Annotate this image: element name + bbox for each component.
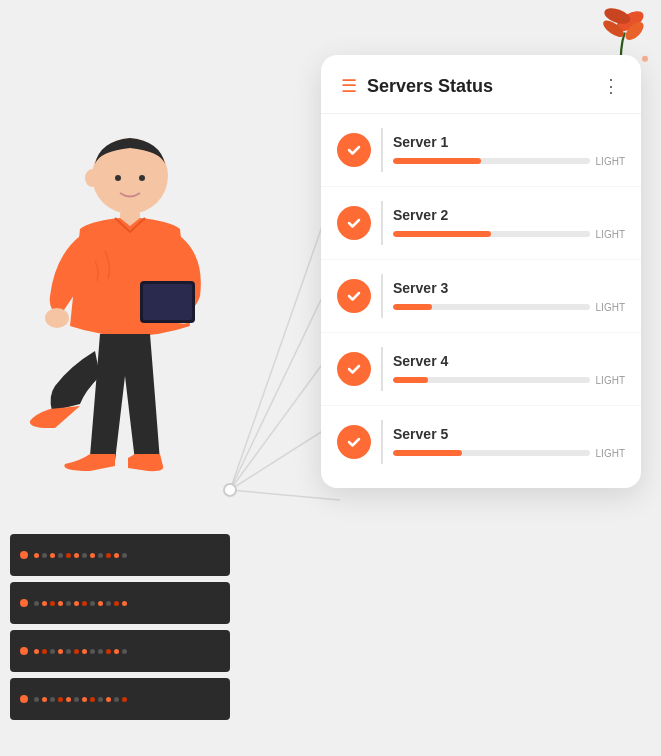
progress-bar-fill-2 — [393, 231, 491, 237]
progress-bar-bg-1 — [393, 158, 590, 164]
svg-point-7 — [85, 169, 99, 187]
divider-3 — [381, 274, 383, 318]
scene: ☰ Servers Status ⋮ Server 1 LIGHT — [0, 0, 661, 756]
server-item-1: Server 1 LIGHT — [321, 114, 641, 187]
progress-bar-fill-5 — [393, 450, 462, 456]
check-circle-2 — [337, 206, 371, 240]
svg-point-9 — [139, 175, 145, 181]
progress-bar-bg-5 — [393, 450, 590, 456]
server-item-3: Server 3 LIGHT — [321, 260, 641, 333]
progress-bar-fill-1 — [393, 158, 481, 164]
divider-5 — [381, 420, 383, 464]
check-circle-4 — [337, 352, 371, 386]
server-name-2: Server 2 — [393, 207, 625, 223]
progress-container-3: LIGHT — [393, 302, 625, 313]
server-item-2: Server 2 LIGHT — [321, 187, 641, 260]
check-circle-3 — [337, 279, 371, 313]
server-name-4: Server 4 — [393, 353, 625, 369]
servers-icon: ☰ — [341, 75, 357, 97]
server-name-5: Server 5 — [393, 426, 625, 442]
check-circle-1 — [337, 133, 371, 167]
server-info-3: Server 3 LIGHT — [393, 280, 625, 313]
progress-bar-bg-4 — [393, 377, 590, 383]
progress-bar-fill-3 — [393, 304, 432, 310]
svg-point-5 — [642, 56, 648, 62]
progress-container-4: LIGHT — [393, 375, 625, 386]
status-label-3: LIGHT — [596, 302, 625, 313]
divider-1 — [381, 128, 383, 172]
server-unit-3 — [10, 630, 230, 672]
person-illustration — [0, 96, 260, 596]
progress-bar-bg-3 — [393, 304, 590, 310]
status-label-1: LIGHT — [596, 156, 625, 167]
card-title-area: ☰ Servers Status — [341, 75, 493, 97]
status-label-2: LIGHT — [596, 229, 625, 240]
server-name-1: Server 1 — [393, 134, 625, 150]
server-list: Server 1 LIGHT Server 2 LIGHT — [321, 114, 641, 478]
server-item-4: Server 4 LIGHT — [321, 333, 641, 406]
server-info-5: Server 5 LIGHT — [393, 426, 625, 459]
status-label-4: LIGHT — [596, 375, 625, 386]
svg-point-8 — [115, 175, 121, 181]
card-title: Servers Status — [367, 76, 493, 97]
server-info-2: Server 2 LIGHT — [393, 207, 625, 240]
check-circle-5 — [337, 425, 371, 459]
server-name-3: Server 3 — [393, 280, 625, 296]
progress-bar-bg-2 — [393, 231, 590, 237]
server-item-5: Server 5 LIGHT — [321, 406, 641, 478]
server-info-1: Server 1 LIGHT — [393, 134, 625, 167]
status-label-5: LIGHT — [596, 448, 625, 459]
svg-rect-14 — [143, 284, 192, 320]
server-unit-4 — [10, 678, 230, 720]
progress-container-5: LIGHT — [393, 448, 625, 459]
progress-container-1: LIGHT — [393, 156, 625, 167]
progress-bar-fill-4 — [393, 377, 428, 383]
servers-status-card: ☰ Servers Status ⋮ Server 1 LIGHT — [321, 55, 641, 488]
svg-point-11 — [45, 308, 69, 328]
card-menu-button[interactable]: ⋮ — [602, 75, 621, 97]
card-header: ☰ Servers Status ⋮ — [321, 55, 641, 114]
divider-2 — [381, 201, 383, 245]
divider-4 — [381, 347, 383, 391]
server-info-4: Server 4 LIGHT — [393, 353, 625, 386]
progress-container-2: LIGHT — [393, 229, 625, 240]
